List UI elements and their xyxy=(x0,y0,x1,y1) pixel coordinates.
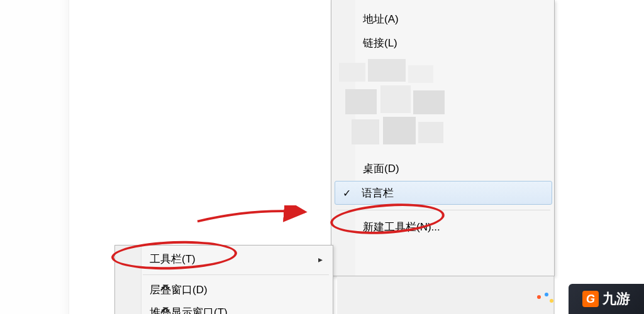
panel-background xyxy=(337,276,555,314)
submenu-item-desktop[interactable]: 桌面(D) xyxy=(355,157,554,181)
menu-item-toolbars[interactable]: 工具栏(T) xyxy=(115,248,333,271)
obscured-menu-items xyxy=(339,59,545,153)
checkmark-icon: ✓ xyxy=(343,181,351,205)
submenu-item-address[interactable]: 地址(A) xyxy=(355,8,554,31)
submenu-item-label: 新建工具栏(N)... xyxy=(363,221,440,233)
submenu-item-label: 地址(A) xyxy=(363,13,399,25)
menu-item-cascade-windows[interactable]: 层叠窗口(D) xyxy=(115,279,333,301)
taskbar-context-menu: 工具栏(T) 层叠窗口(D) 堆叠显示窗口(T) xyxy=(114,245,333,314)
menu-item-label: 层叠窗口(D) xyxy=(150,284,208,296)
watermark-icon: G xyxy=(582,291,599,307)
submenu-item-links[interactable]: 链接(L) xyxy=(355,31,554,55)
watermark-text: 九游 xyxy=(602,290,630,308)
submenu-item-new-toolbar[interactable]: 新建工具栏(N)... xyxy=(355,215,554,239)
submenu-item-label: 语言栏 xyxy=(362,187,394,199)
document-left-edge xyxy=(0,0,69,314)
menu-item-label: 堆叠显示窗口(T) xyxy=(150,306,228,314)
submenu-item-language-bar[interactable]: ✓ 语言栏 xyxy=(335,181,552,205)
watermark-logo: G 九游 xyxy=(569,284,644,314)
annotation-arrow-icon xyxy=(179,205,327,224)
menu-item-label: 工具栏(T) xyxy=(150,253,196,265)
menu-separator xyxy=(143,274,329,275)
toolbars-submenu: 地址(A) 链接(L) 桌面(D) ✓ 语言栏 新建工具栏(N)... xyxy=(331,0,555,276)
menu-separator xyxy=(336,210,550,210)
submenu-item-label: 链接(L) xyxy=(363,37,397,49)
decorative-dots-icon xyxy=(537,293,556,305)
menu-item-stack-windows[interactable]: 堆叠显示窗口(T) xyxy=(115,301,333,314)
submenu-item-label: 桌面(D) xyxy=(363,163,399,175)
